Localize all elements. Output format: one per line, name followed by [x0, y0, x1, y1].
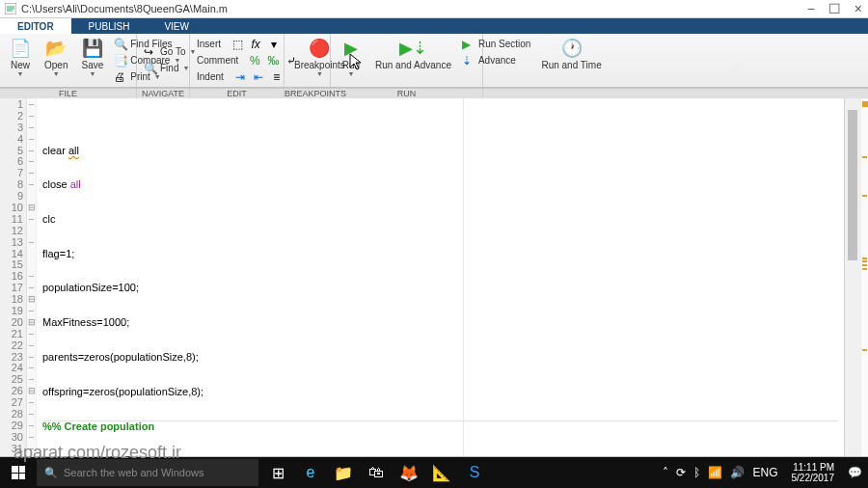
compare-icon: 📑 [114, 54, 127, 68]
tab-editor[interactable]: EDITOR [0, 18, 71, 34]
smart-indent-icon[interactable]: ≡ [269, 69, 285, 85]
title-bar: C:\Users\Ali\Documents\8QueenGA\Main.m −… [0, 0, 868, 18]
window-controls: − ☐ × [807, 2, 862, 15]
close-button[interactable]: × [854, 2, 862, 15]
open-button[interactable]: 📂 Open ▼ [39, 36, 73, 79]
find-icon: 🔍 [114, 38, 127, 51]
chevron-down-icon: ▼ [316, 70, 323, 77]
tray-network-icon[interactable]: 📶 [708, 466, 722, 479]
tray-up-icon[interactable]: ˄ [663, 466, 668, 479]
fold-gutter[interactable]: ––––––––⊟––––⊟–⊟–––––⊟––––– [27, 98, 37, 456]
editor-area: 1234567891011121314151617181920212223242… [0, 98, 868, 456]
insert-section-icon[interactable]: ⬚ [230, 37, 245, 52]
sublime-icon[interactable]: S [459, 457, 490, 488]
ribbon: 📄 New ▼ 📂 Open ▼ 💾 Save ▼ 🔍Find Files 📑C… [0, 34, 868, 88]
window-title: C:\Users\Ali\Documents\8QueenGA\Main.m [21, 3, 807, 14]
chevron-down-icon: ▼ [348, 70, 355, 77]
group-navigate: NAVIGATE [137, 89, 190, 98]
tab-view[interactable]: VIEW [147, 18, 206, 34]
ribbon-group-labels: FILE NAVIGATE EDIT BREAKPOINTS RUN [0, 88, 868, 98]
tray-lang[interactable]: ENG [752, 466, 777, 479]
taskbar: 🔍 Search the web and Windows ⊞ e 📁 🛍 🦊 📐… [0, 457, 868, 488]
tab-publish[interactable]: PUBLISH [71, 18, 148, 34]
maximize-button[interactable]: ☐ [828, 2, 841, 15]
search-placeholder: Search the web and Windows [64, 467, 204, 478]
tray-volume-icon[interactable]: 🔊 [730, 466, 745, 479]
group-file: FILE [0, 89, 137, 98]
insert-more-icon[interactable]: ▾ [266, 37, 282, 52]
chevron-down-icon: ▼ [17, 70, 24, 77]
run-icon: ▶ [340, 38, 362, 59]
run-advance-button[interactable]: ▶⇣ Run and Advance [369, 36, 457, 72]
scrollbar-thumb[interactable] [848, 110, 857, 260]
marker-strip[interactable] [860, 98, 868, 456]
tray-sync-icon[interactable]: ⟳ [676, 466, 686, 479]
group-run: RUN [331, 89, 483, 98]
search-icon: 🔍 [44, 467, 58, 479]
run-advance-icon: ▶⇣ [402, 38, 423, 59]
uncomment-icon[interactable]: ‰ [265, 53, 281, 68]
comment-icon[interactable]: % [247, 53, 262, 68]
save-button[interactable]: 💾 Save ▼ [75, 36, 109, 79]
run-section-button[interactable]: ▶Run Section [459, 36, 533, 52]
insert-fx-icon[interactable]: fx [248, 37, 263, 52]
start-button[interactable] [0, 457, 37, 488]
system-tray: ˄ ⟳ ᛒ 📶 🔊 ENG 11:11 PM 5/22/2017 💬 [657, 462, 868, 483]
breakpoint-icon: 🔴 [309, 38, 330, 59]
vertical-scrollbar[interactable] [844, 98, 860, 456]
search-icon: 🔍 [144, 62, 157, 75]
taskview-button[interactable]: ⊞ [262, 457, 293, 488]
firefox-icon[interactable]: 🦊 [393, 457, 424, 488]
ribbon-tabs: EDITOR PUBLISH VIEW [0, 18, 868, 34]
store-icon[interactable]: 🛍 [361, 457, 392, 488]
taskbar-search[interactable]: 🔍 Search the web and Windows [37, 459, 258, 486]
task-icons: ⊞ e 📁 🛍 🦊 📐 S [262, 457, 490, 488]
advance-button[interactable]: ⇣Advance [459, 52, 533, 68]
advance-icon: ⇣ [462, 54, 475, 68]
indent-icon[interactable]: ⇥ [232, 69, 248, 85]
chevron-down-icon: ▼ [53, 70, 60, 77]
group-edit: EDIT [190, 89, 285, 98]
new-icon: 📄 [10, 38, 31, 59]
run-time-button[interactable]: 🕐 Run and Time [535, 36, 607, 72]
explorer-icon[interactable]: 📁 [328, 457, 359, 488]
matlab-icon[interactable]: 📐 [426, 457, 457, 488]
chevron-down-icon: ▼ [182, 65, 189, 71]
clock-icon: 🕐 [561, 38, 583, 59]
app-icon [4, 2, 17, 15]
run-section-icon: ▶ [462, 38, 475, 51]
save-icon: 💾 [82, 38, 103, 59]
print-icon: 🖨 [114, 70, 127, 84]
run-button[interactable]: ▶ Run ▼ [335, 36, 367, 79]
new-button[interactable]: 📄 New ▼ [4, 36, 37, 79]
code-editor[interactable]: clear all close all clc flag=1; populati… [37, 98, 844, 456]
goto-icon: ↪ [144, 45, 157, 59]
tray-clock[interactable]: 11:11 PM 5/22/2017 [786, 462, 841, 483]
line-gutter[interactable]: 1234567891011121314151617181920212223242… [0, 98, 27, 456]
windows-icon [12, 466, 25, 479]
open-icon: 📂 [45, 38, 67, 59]
chevron-down-icon: ▼ [89, 70, 95, 77]
tray-bluetooth-icon[interactable]: ᛒ [693, 466, 700, 479]
minimize-button[interactable]: − [807, 2, 815, 15]
group-breakpoints: BREAKPOINTS [285, 89, 331, 98]
tray-notifications-icon[interactable]: 💬 [848, 466, 862, 479]
outdent-icon[interactable]: ⇤ [251, 69, 266, 85]
edge-icon[interactable]: e [295, 457, 326, 488]
